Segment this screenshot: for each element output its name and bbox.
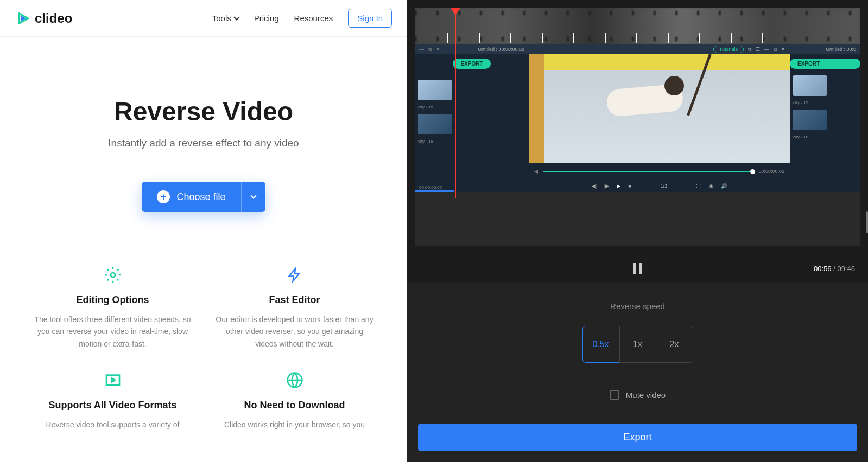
svg-point-0 [111,273,115,277]
chevron-down-icon [250,193,256,198]
timecode-right-inner: 00:00:06:02 [758,169,784,174]
feature-formats: Supports All Video Formats Reverse video… [33,371,193,431]
editor-title-right: Untitled : 00:0 [826,47,856,52]
gear-icon [104,266,122,284]
menu-icon[interactable]: ☰ [756,47,760,52]
lightning-icon [286,266,303,284]
timecode: ◀ [534,169,538,174]
editor-preview [529,54,790,163]
globe-icon [286,371,303,389]
reverse-speed-label: Reverse speed [418,301,857,311]
plus-icon: + [157,190,170,203]
chevron-down-icon [233,14,239,20]
feature-fast-editor: Fast Editor Our editor is developed to w… [214,266,375,350]
time-display: 00:56 / 09:46 [814,265,855,273]
stop-icon[interactable]: ■ [628,183,631,189]
export-badge-right[interactable]: EXPORT [790,59,860,69]
selection-indicator [415,190,454,192]
timecode-left: 00:00:06:02 [419,185,442,190]
mute-checkbox[interactable] [610,390,619,400]
choose-file-dropdown[interactable] [241,182,265,212]
export-button[interactable]: Export [418,424,857,451]
play-icon [15,11,30,26]
page-indicator: 1/2 [661,183,668,189]
page-subtitle: Instantly add a reverse effect to any vi… [33,137,375,149]
clip-thumbnail[interactable] [418,80,452,100]
progress-bar[interactable] [543,171,753,172]
scrollbar[interactable] [866,211,868,233]
video-preview: —⧉✕Untitled : 00:00:06:02 EXPORT city - … [415,8,860,246]
capture-icon[interactable]: ◉ [709,183,713,189]
window-icon[interactable]: ⧉ [748,47,751,53]
speed-0-5x[interactable]: 0.5x [582,326,619,363]
speed-selector: 0.5x 1x 2x [418,326,857,363]
playhead[interactable] [455,8,456,198]
clip-thumbnail[interactable] [793,110,827,130]
choose-file-button[interactable]: + Choose file [142,182,240,212]
timeline-ticks [415,11,860,44]
nav-resources[interactable]: Resources [294,14,333,23]
minimize-icon[interactable]: — [764,47,769,52]
page-title: Reverse Video [33,97,375,126]
logo[interactable]: clideo [15,11,72,26]
signin-button[interactable]: Sign In [348,9,392,28]
screen-icon[interactable]: ⛶ [696,183,701,189]
speed-2x[interactable]: 2x [656,326,693,363]
editor-title-left: Untitled : 00:00:06:02 [478,47,524,52]
nav-tools[interactable]: Tools [212,14,239,23]
maximize-icon[interactable]: ⧉ [774,47,777,53]
close-icon[interactable]: ✕ [781,47,785,52]
logo-text: clideo [35,11,72,26]
feature-no-download: No Need to Download Clideo works right i… [214,371,375,431]
speed-1x[interactable]: 1x [619,326,656,363]
clip-thumbnail[interactable] [418,114,452,134]
volume-icon[interactable]: 🔊 [721,183,727,189]
video-format-icon [104,371,122,389]
next-icon[interactable]: |▶ [604,183,609,189]
export-badge-left[interactable]: EXPORT [453,59,490,69]
prev-icon[interactable]: ◀| [592,183,597,189]
clip-thumbnail[interactable] [793,75,827,96]
tutorials-badge[interactable]: Tutorials [713,46,744,53]
nav-pricing[interactable]: Pricing [254,14,279,23]
pause-button[interactable] [633,263,642,274]
play-icon[interactable]: ▶ [617,183,620,189]
feature-editing-options: Editing Options The tool offers three di… [33,266,193,350]
mute-label: Mute video [626,390,666,400]
